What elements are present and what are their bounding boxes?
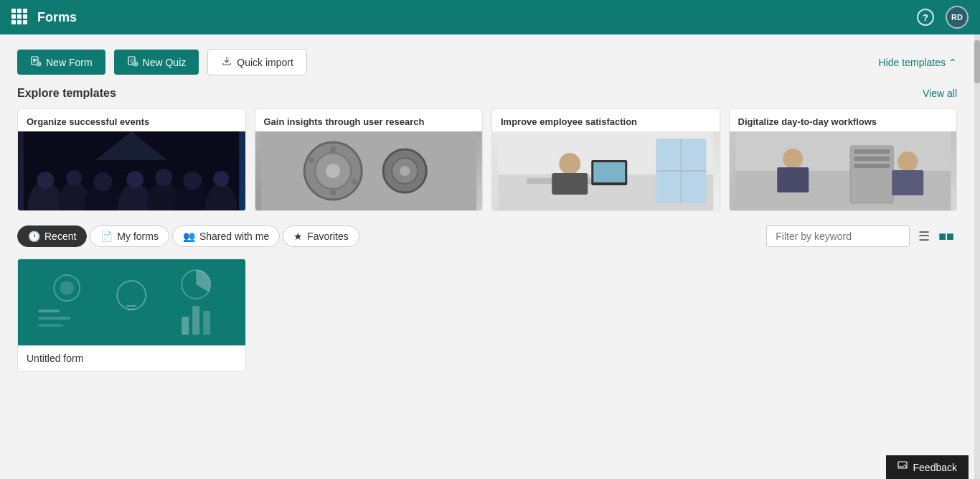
svg-point-39 (352, 179, 357, 185)
svg-rect-53 (777, 167, 809, 192)
svg-point-52 (783, 149, 803, 169)
quick-import-icon (221, 55, 232, 69)
feedback-label: Feedback (913, 462, 957, 473)
people-icon: 👥 (183, 231, 195, 242)
templates-section: Explore templates View all Organize succ… (17, 87, 957, 211)
forms-grid: Untitled form (17, 259, 957, 372)
svg-point-43 (559, 153, 580, 175)
new-form-icon (30, 55, 42, 69)
svg-point-38 (308, 157, 314, 163)
svg-point-22 (66, 170, 82, 186)
svg-point-26 (183, 172, 202, 190)
svg-point-25 (155, 169, 172, 186)
tab-my-forms-label: My forms (117, 231, 159, 242)
filter-input[interactable] (766, 225, 910, 247)
tab-recent[interactable]: 🕐 Recent (17, 225, 87, 247)
templates-header: Explore templates View all (17, 87, 957, 100)
app-launcher-icon[interactable] (11, 9, 29, 26)
template-card-research[interactable]: Gain insights through user research (255, 108, 484, 211)
header-right: ? RD (917, 6, 969, 29)
view-all-button[interactable]: View all (923, 88, 957, 99)
svg-point-58 (897, 152, 918, 172)
template-card-employee[interactable]: Improve employee satisfaction (491, 108, 720, 211)
svg-rect-70 (192, 306, 199, 335)
help-icon[interactable]: ? (917, 9, 934, 26)
tab-my-forms[interactable]: 📄 My forms (90, 225, 169, 247)
new-form-label: New Form (46, 57, 93, 68)
app-title: Forms (37, 10, 917, 25)
svg-rect-46 (593, 162, 625, 182)
template-card-events-image (18, 131, 245, 210)
svg-rect-44 (552, 173, 588, 195)
form-card-untitled[interactable]: Untitled form (17, 259, 246, 372)
new-form-button[interactable]: New Form (17, 50, 105, 75)
feedback-icon (897, 461, 908, 473)
templates-grid: Organize successful events (17, 108, 957, 211)
svg-rect-57 (854, 164, 890, 168)
template-card-digitalize-title: Digitalize day-to-day workflows (730, 109, 957, 131)
svg-rect-64 (38, 317, 70, 320)
svg-point-36 (330, 147, 336, 152)
clock-icon: 🕐 (28, 231, 40, 242)
form-card-body: Untitled form (18, 345, 245, 371)
tab-shared-label: Shared with me (199, 231, 269, 242)
document-icon: 📄 (100, 231, 113, 242)
svg-point-32 (326, 164, 340, 178)
template-card-digitalize[interactable]: Digitalize day-to-day workflows (729, 108, 958, 211)
avatar[interactable]: RD (946, 6, 969, 29)
form-card-untitled-title: Untitled form (27, 353, 237, 364)
svg-point-62 (60, 281, 74, 295)
tabs-row: 🕐 Recent 📄 My forms 👥 Shared with me ★ F… (17, 225, 957, 247)
template-card-research-image (255, 131, 483, 210)
svg-point-35 (400, 166, 410, 176)
view-toggle: ☰ ■■ (915, 225, 957, 247)
tab-favorites[interactable]: ★ Favorites (283, 225, 359, 247)
new-quiz-icon: Q (127, 55, 138, 69)
svg-rect-55 (854, 149, 890, 154)
template-card-employee-image (492, 131, 720, 210)
quick-import-button[interactable]: Quick import (207, 49, 307, 75)
template-card-employee-title: Improve employee satisfaction (492, 109, 720, 131)
form-card-untitled-image (18, 259, 245, 345)
new-quiz-button[interactable]: Q New Quiz (114, 50, 199, 75)
svg-rect-54 (850, 146, 893, 203)
action-bar: New Form Q New Quiz (17, 34, 957, 87)
svg-rect-63 (38, 310, 60, 312)
svg-rect-56 (854, 157, 890, 161)
template-card-events[interactable]: Organize successful events (17, 108, 246, 211)
svg-rect-59 (892, 170, 923, 195)
list-view-button[interactable]: ☰ (915, 225, 933, 247)
tab-recent-label: Recent (44, 231, 76, 242)
svg-point-23 (93, 172, 112, 191)
hide-templates-button[interactable]: Hide templates ⌃ (879, 57, 957, 68)
svg-rect-65 (38, 324, 63, 327)
quick-import-label: Quick import (237, 57, 293, 68)
template-card-events-title: Organize successful events (18, 109, 245, 131)
main-content: New Form Q New Quiz (0, 34, 974, 479)
star-icon: ★ (293, 231, 303, 242)
svg-point-24 (126, 171, 143, 188)
svg-point-37 (330, 190, 336, 195)
feedback-button[interactable]: Feedback (886, 455, 969, 479)
grid-view-button[interactable]: ■■ (936, 225, 957, 247)
app-header: Forms ? RD (0, 0, 980, 34)
tab-favorites-label: Favorites (307, 231, 349, 242)
svg-rect-69 (182, 317, 189, 335)
svg-point-27 (213, 171, 229, 187)
scrollbar-thumb[interactable] (974, 40, 980, 83)
tabs-right-controls: ☰ ■■ (766, 225, 957, 247)
scrollbar-track[interactable] (974, 34, 980, 479)
hide-templates-label: Hide templates (879, 57, 946, 68)
svg-rect-29 (261, 131, 476, 210)
templates-title: Explore templates (17, 87, 116, 100)
new-quiz-label: New Quiz (143, 57, 187, 68)
template-card-research-title: Gain insights through user research (255, 109, 483, 131)
template-card-digitalize-image (730, 131, 957, 210)
chevron-up-icon: ⌃ (948, 57, 957, 68)
tab-shared-with-me[interactable]: 👥 Shared with me (172, 225, 280, 247)
svg-rect-71 (203, 311, 210, 335)
svg-point-21 (37, 172, 54, 189)
